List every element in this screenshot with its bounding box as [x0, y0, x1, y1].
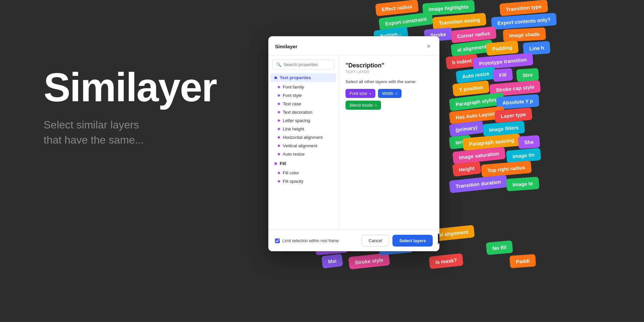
search-box[interactable]: 🔍	[272, 59, 334, 70]
selected-property-tag[interactable]: Blend mode×	[345, 101, 381, 110]
bg-tag: Top right radius	[481, 161, 532, 177]
item-dot	[278, 153, 280, 155]
modal-left-panel: 🔍 Text propertiesFont familyFont styleTe…	[268, 55, 339, 230]
bg-tag: Image shade	[503, 28, 546, 42]
list-item[interactable]: Line height	[268, 125, 338, 133]
list-section-header[interactable]: Fill	[270, 159, 336, 168]
item-dot	[278, 172, 280, 174]
modal-body: 🔍 Text propertiesFont familyFont styleTe…	[268, 55, 439, 230]
tag-label: Blend mode	[350, 103, 373, 108]
tag-label: Width	[382, 91, 393, 96]
list-item[interactable]: Fill opacity	[268, 177, 338, 185]
modal-dialog: Similayer × 🔍 Text propertiesFont family…	[268, 36, 439, 251]
tag-remove-button[interactable]: ×	[369, 92, 371, 96]
list-section-header[interactable]: Text properties	[270, 73, 336, 82]
item-dot	[278, 136, 280, 139]
item-label: Fill opacity	[283, 179, 303, 184]
bg-tag: Fill	[492, 68, 513, 82]
bg-tag: Stro	[516, 68, 539, 82]
section-label: Fill	[280, 161, 286, 166]
modal-header: Similayer ×	[268, 36, 439, 55]
list-item[interactable]: Font style	[268, 91, 338, 100]
modal-footer: Limit selection within root frame Cancel…	[268, 230, 439, 251]
bg-tag: Transition duration	[449, 175, 508, 193]
bg-tag: Padding	[486, 41, 519, 56]
section-dot	[274, 76, 277, 79]
bg-tag: Paddi	[509, 254, 536, 268]
selected-property-tag[interactable]: Font size×	[345, 89, 375, 98]
hero-subtitle: Select similar layers that have the same…	[44, 117, 217, 148]
modal-title: Similayer	[275, 44, 298, 49]
item-dot	[278, 86, 280, 88]
item-dot	[278, 94, 280, 97]
item-label: Line height	[283, 126, 304, 131]
list-item[interactable]: Letter spacing	[268, 116, 338, 125]
limit-selection-label: Limit selection within root frame	[282, 238, 339, 243]
bg-tag: Image te	[506, 177, 539, 192]
bg-tag: Mai	[321, 254, 343, 268]
selected-tags-container: Font size×Width×Blend mode×	[345, 89, 433, 110]
close-button[interactable]: ×	[425, 42, 433, 50]
item-dot	[278, 128, 280, 130]
item-label: Text decoration	[283, 110, 312, 115]
layer-type: TEXT LAYER	[345, 70, 433, 74]
list-item[interactable]: Fill color	[268, 169, 338, 177]
list-item[interactable]: Auto resize	[268, 150, 338, 158]
list-item[interactable]: Vertical alignment	[268, 142, 338, 150]
section-dot	[274, 162, 277, 165]
list-item[interactable]: Horizontal alignment	[268, 133, 338, 142]
item-label: Fill color	[283, 170, 299, 175]
limit-selection-row: Limit selection within root frame	[275, 238, 339, 243]
selected-property-tag[interactable]: Width×	[378, 89, 401, 98]
list-item[interactable]: Text decoration	[268, 108, 338, 116]
bg-tag: Auto resize	[455, 66, 496, 84]
bg-tag: Effect radius	[375, 0, 419, 16]
list-item[interactable]: Font family	[268, 83, 338, 91]
bg-tag: Sha	[518, 135, 540, 149]
layer-name: "Description"	[345, 62, 433, 69]
footer-buttons: Cancel Select layers	[362, 235, 433, 247]
item-label: Letter spacing	[283, 118, 310, 123]
bg-tag: Transition easing	[432, 13, 487, 30]
item-label: Font family	[283, 85, 304, 90]
item-label: Font style	[283, 93, 302, 98]
select-all-label: Select all other layers with the same:	[345, 79, 433, 84]
item-dot	[278, 119, 280, 122]
tag-remove-button[interactable]: ×	[395, 92, 397, 96]
cancel-button[interactable]: Cancel	[362, 235, 389, 247]
hero-title: Similayer	[44, 67, 217, 107]
modal-right-panel: "Description" TEXT LAYER Select all othe…	[339, 55, 439, 230]
item-label: Text case	[283, 101, 301, 106]
search-input[interactable]	[283, 62, 331, 67]
limit-selection-checkbox[interactable]	[275, 238, 280, 243]
tag-remove-button[interactable]: ×	[375, 103, 377, 107]
section-label: Text properties	[280, 75, 311, 80]
item-dot	[278, 103, 280, 105]
search-icon: 🔍	[276, 62, 281, 67]
item-dot	[278, 180, 280, 182]
item-dot	[278, 111, 280, 113]
list-item[interactable]: Text case	[268, 100, 338, 108]
item-label: Vertical alignment	[283, 143, 317, 148]
item-label: Horizontal alignment	[283, 135, 323, 140]
bg-tag: No fill	[486, 240, 513, 255]
bg-tag: Is mask?	[429, 253, 464, 269]
hero-section: Similayer Select similar layers that hav…	[44, 67, 217, 148]
item-label: Auto resize	[283, 152, 305, 157]
select-layers-button[interactable]: Select layers	[392, 235, 433, 247]
item-dot	[278, 145, 280, 147]
tag-label: Font size	[350, 91, 367, 96]
bg-tag: Stroke style	[348, 253, 390, 269]
